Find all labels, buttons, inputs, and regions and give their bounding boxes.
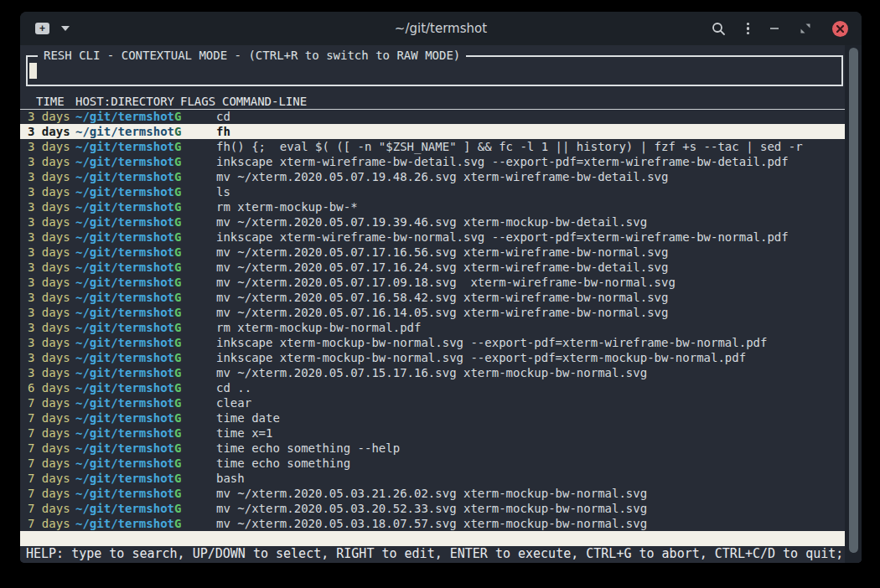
resh-search-box[interactable]: RESH CLI - CONTEXTUAL MODE - (CTRL+R to …	[26, 55, 843, 86]
row-command: cd ..	[216, 380, 845, 395]
history-row[interactable]: 3 days~/git/termshotGinkscape xterm-wire…	[20, 154, 845, 169]
row-flags: G	[174, 471, 216, 486]
row-flags: G	[174, 305, 216, 320]
scrollbar-thumb[interactable]	[849, 48, 858, 553]
history-row[interactable]: 7 days~/git/termshotGclear	[20, 395, 845, 410]
row-time: 7 days	[28, 501, 75, 516]
history-row[interactable]: 3 days~/git/termshotGmv ~/xterm.2020.05.…	[20, 245, 845, 260]
minimize-button[interactable]	[770, 28, 779, 29]
help-bar: HELP: type to search, UP/DOWN to select,…	[20, 546, 845, 563]
close-icon	[832, 21, 848, 37]
row-flags: G	[174, 230, 216, 245]
row-host-directory: ~/git/termshot	[75, 380, 174, 395]
history-row[interactable]: 7 days~/git/termshotGmv ~/xterm.2020.05.…	[20, 486, 845, 501]
row-time: 7 days	[28, 441, 75, 456]
titlebar: + ~/git/termshot	[20, 12, 862, 45]
row-host-directory: ~/git/termshot	[75, 214, 174, 230]
history-row[interactable]: 3 days~/git/termshotGinkscape xterm-mock…	[20, 335, 845, 350]
row-flags: G	[174, 290, 216, 305]
resh-box-title: RESH CLI - CONTEXTUAL MODE - (CTRL+R to …	[38, 48, 466, 63]
row-flags: G	[174, 275, 216, 290]
row-host-directory: ~/git/termshot	[75, 230, 174, 245]
row-host-directory: ~/git/termshot	[75, 184, 174, 199]
history-row[interactable]: 3 days~/git/termshotGinkscape xterm-wire…	[20, 230, 845, 245]
row-flags: G	[174, 410, 216, 426]
titlebar-right-controls	[712, 21, 848, 37]
tab-dropdown-button[interactable]	[61, 26, 70, 31]
row-time: 3 days	[28, 169, 75, 184]
row-host-directory: ~/git/termshot	[75, 109, 174, 124]
history-row[interactable]: 7 days~/git/termshotGtime echo something…	[20, 441, 845, 456]
row-host-directory: ~/git/termshot	[75, 169, 174, 184]
row-flags: G	[174, 109, 216, 124]
new-tab-icon: +	[35, 23, 49, 34]
search-button[interactable]	[712, 22, 726, 36]
row-host-directory: ~/git/termshot	[75, 501, 174, 516]
restore-button[interactable]	[800, 23, 811, 34]
header-flags: FLAGS	[174, 94, 216, 109]
close-button[interactable]	[832, 21, 848, 37]
row-command: mv ~/xterm.2020.05.07.19.48.26.svg xterm…	[216, 169, 845, 184]
history-row[interactable]: 3 days~/git/termshotGrm xterm-mockup-bw-…	[20, 320, 845, 335]
history-row[interactable]: 7 days~/git/termshotGtime x=1	[20, 426, 845, 441]
header-command-line: COMMAND-LINE	[216, 94, 845, 109]
history-row[interactable]: 3 days~/git/termshotGmv ~/xterm.2020.05.…	[20, 275, 845, 290]
history-row[interactable]: 3 days~/git/termshotGmv ~/xterm.2020.05.…	[20, 290, 845, 305]
row-host-directory: ~/git/termshot	[75, 260, 174, 275]
row-host-directory: ~/git/termshot	[75, 124, 174, 139]
history-row[interactable]: 3 days~/git/termshotGmv ~/xterm.2020.05.…	[20, 214, 845, 230]
history-row[interactable]: 3 days~/git/termshotGinkscape xterm-mock…	[20, 350, 845, 365]
row-host-directory: ~/git/termshot	[75, 320, 174, 335]
history-row[interactable]: 3 days~/git/termshotGls	[20, 184, 845, 199]
history-row[interactable]: 3 days~/git/termshotGrm xterm-mockup-bw-…	[20, 199, 845, 214]
row-command: time echo something	[216, 456, 845, 471]
row-host-directory: ~/git/termshot	[75, 441, 174, 456]
history-row-selected[interactable]: 3 days~/git/termshotGfh	[20, 124, 845, 139]
history-row[interactable]: 7 days~/git/termshotGmv ~/xterm.2020.05.…	[20, 516, 845, 531]
history-row[interactable]: 7 days~/git/termshotGbash	[20, 471, 845, 486]
row-command: ls	[216, 184, 845, 199]
history-row[interactable]: 3 days~/git/termshotGmv ~/xterm.2020.05.…	[20, 169, 845, 184]
history-row[interactable]: 3 days~/git/termshotGmv ~/xterm.2020.05.…	[20, 365, 845, 380]
row-command: fh	[216, 124, 845, 139]
row-command: rm xterm-mockup-bw-*	[216, 199, 845, 214]
history-row[interactable]: 3 days~/git/termshotGmv ~/xterm.2020.05.…	[20, 305, 845, 320]
row-flags: G	[174, 184, 216, 199]
row-host-directory: ~/git/termshot	[75, 516, 174, 531]
history-header: TIME HOST:DIRECTORY FLAGS COMMAND-LINE	[20, 94, 845, 110]
new-tab-button[interactable]: +	[35, 23, 49, 34]
row-flags: G	[174, 199, 216, 214]
row-time: 3 days	[28, 230, 75, 245]
row-time: 7 days	[28, 486, 75, 501]
row-time: 3 days	[28, 305, 75, 320]
row-time: 7 days	[28, 471, 75, 486]
row-flags: G	[174, 456, 216, 471]
row-flags: G	[174, 501, 216, 516]
row-command: mv ~/xterm.2020.05.07.16.14.05.svg xterm…	[216, 305, 845, 320]
row-command: fh() {; eval $( ([ -n "$ZSH_NAME" ] && f…	[216, 139, 845, 154]
menu-button[interactable]	[747, 23, 749, 35]
history-row[interactable]: 7 days~/git/termshotGtime echo something	[20, 456, 845, 471]
row-command: mv ~/xterm.2020.05.07.16.58.42.svg xterm…	[216, 290, 845, 305]
row-host-directory: ~/git/termshot	[75, 199, 174, 214]
history-row[interactable]: 7 days~/git/termshotGmv ~/xterm.2020.05.…	[20, 501, 845, 516]
row-time: 3 days	[28, 350, 75, 365]
row-command: mv ~/xterm.2020.05.07.19.39.46.svg xterm…	[216, 214, 845, 230]
kebab-menu-icon	[747, 23, 749, 35]
history-row[interactable]: 7 days~/git/termshotGtime date	[20, 410, 845, 426]
row-host-directory: ~/git/termshot	[75, 426, 174, 441]
row-host-directory: ~/git/termshot	[75, 305, 174, 320]
row-time: 7 days	[28, 426, 75, 441]
row-host-directory: ~/git/termshot	[75, 154, 174, 169]
history-row[interactable]: 3 days~/git/termshotGfh() {; eval $( ([ …	[20, 139, 845, 154]
row-flags: G	[174, 245, 216, 260]
row-host-directory: ~/git/termshot	[75, 456, 174, 471]
row-flags: G	[174, 350, 216, 365]
row-host-directory: ~/git/termshot	[75, 410, 174, 426]
history-row[interactable]: 3 days~/git/termshotGmv ~/xterm.2020.05.…	[20, 260, 845, 275]
row-flags: G	[174, 441, 216, 456]
row-host-directory: ~/git/termshot	[75, 290, 174, 305]
history-row[interactable]: 3 days~/git/termshotGcd	[20, 109, 845, 124]
row-host-directory: ~/git/termshot	[75, 275, 174, 290]
history-row[interactable]: 6 days~/git/termshotGcd ..	[20, 380, 845, 395]
